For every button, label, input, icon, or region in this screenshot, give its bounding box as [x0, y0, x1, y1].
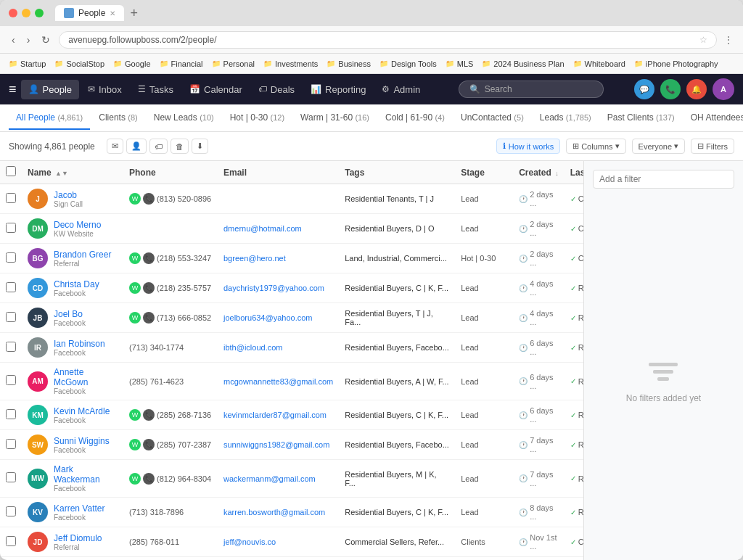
call-icon[interactable]: 📞: [143, 312, 155, 324]
nav-inbox[interactable]: ✉ Inbox: [81, 80, 129, 99]
download-action-button[interactable]: ⬇: [192, 139, 208, 154]
tab-clients[interactable]: Clients (8): [91, 107, 144, 130]
tab-new-leads[interactable]: New Leads (10): [147, 107, 221, 130]
columns-button[interactable]: ⊞ Columns ▾: [566, 139, 625, 154]
header-name[interactable]: Name ▲▼: [22, 161, 123, 184]
table-row[interactable]: MW Mark Wackerman Facebook W 📞 (812) 964…: [0, 460, 583, 498]
header-stage[interactable]: Stage: [455, 161, 513, 184]
row-checkbox[interactable]: [6, 536, 16, 546]
bookmark-investments[interactable]: 📁 Investments: [263, 59, 318, 68]
header-last-activity[interactable]: Last Activity: [565, 161, 583, 184]
extensions-icon[interactable]: ⋮: [723, 34, 734, 46]
nav-people[interactable]: 👤 People: [21, 80, 79, 99]
row-checkbox[interactable]: [6, 409, 16, 419]
bookmark-financial[interactable]: 📁 Financial: [160, 59, 203, 68]
header-email[interactable]: Email: [218, 161, 339, 184]
table-row[interactable]: VG Victor Geomundo KW Website victorgeom…: [0, 557, 583, 561]
row-checkbox[interactable]: [6, 506, 16, 516]
person-name[interactable]: Karren Vatter: [54, 503, 104, 514]
person-name[interactable]: Brandon Greer: [54, 250, 111, 260]
whatsapp-icon[interactable]: W: [129, 473, 141, 485]
active-tab[interactable]: People ✕: [55, 5, 124, 21]
whatsapp-icon[interactable]: W: [129, 312, 141, 324]
reload-button[interactable]: ↻: [38, 33, 53, 47]
row-checkbox[interactable]: [6, 375, 16, 385]
url-bar[interactable]: avenuepg.followupboss.com/2/people/ ☆: [59, 31, 717, 49]
row-checkbox[interactable]: [6, 252, 16, 263]
person-name[interactable]: Ian Robinson: [54, 339, 105, 349]
table-row[interactable]: KM Kevin McArdle Facebook W 📞 (285) 268-…: [0, 400, 583, 430]
bookmark-whiteboard[interactable]: 📁 Whiteboard: [573, 59, 625, 68]
everyone-button[interactable]: Everyone ▾: [632, 139, 685, 154]
person-name[interactable]: Kevin McArdle: [54, 406, 110, 416]
minimize-dot[interactable]: [22, 9, 30, 17]
tab-warm-31-60[interactable]: Warm | 31-60 (16): [293, 107, 377, 130]
call-icon[interactable]: 📞: [143, 409, 155, 421]
bookmark-personal[interactable]: 📁 Personal: [212, 59, 255, 68]
table-row[interactable]: JB Joel Bo Facebook W 📞 (713) 666-0852 j…: [0, 303, 583, 333]
row-checkbox[interactable]: [6, 312, 16, 322]
nav-notifications[interactable]: 🔔: [686, 79, 707, 99]
tab-uncontacted[interactable]: UnContacted (5): [453, 107, 531, 130]
tab-all-people[interactable]: All People (4,861): [9, 107, 90, 130]
bookmark-design-tools[interactable]: 📁 Design Tools: [379, 59, 437, 68]
nav-tasks[interactable]: ☰ Tasks: [131, 80, 181, 99]
call-icon[interactable]: 📞: [143, 282, 155, 294]
bookmark-2024-business[interactable]: 📁 2024 Business Plan: [482, 59, 564, 68]
row-checkbox[interactable]: [6, 342, 16, 352]
tab-cold-61-90[interactable]: Cold | 61-90 (4): [378, 107, 452, 130]
row-checkbox[interactable]: [6, 282, 16, 292]
bookmark-socialstop[interactable]: 📁 SocialStop: [54, 59, 104, 68]
user-avatar[interactable]: A: [713, 78, 734, 100]
select-all-checkbox[interactable]: [6, 166, 16, 176]
tag-action-button[interactable]: 🏷: [149, 139, 168, 154]
how-it-works-button[interactable]: ℹ How it works: [496, 139, 560, 154]
person-name[interactable]: Jeff Diomulo: [54, 533, 102, 543]
tab-hot-0-30[interactable]: Hot | 0-30 (12): [223, 107, 292, 130]
person-name[interactable]: Joel Bo: [54, 309, 86, 319]
nav-deals[interactable]: 🏷 Deals: [251, 80, 302, 99]
whatsapp-icon[interactable]: W: [129, 282, 141, 294]
close-dot[interactable]: [9, 9, 17, 17]
bookmark-business[interactable]: 📁 Business: [327, 59, 371, 68]
table-row[interactable]: JD Jeff Diomulo Referral (285) 768-011 j…: [0, 527, 583, 557]
maximize-dot[interactable]: [35, 9, 44, 17]
filters-button[interactable]: ⊟ Filters: [691, 139, 734, 154]
call-icon[interactable]: 📞: [143, 252, 155, 264]
table-row[interactable]: AM Annette McGown Facebook (285) 761-462…: [0, 363, 583, 400]
bookmark-google[interactable]: 📁 Google: [113, 59, 150, 68]
call-icon[interactable]: 📞: [143, 193, 155, 205]
delete-action-button[interactable]: 🗑: [171, 139, 189, 154]
header-phone[interactable]: Phone: [123, 161, 218, 184]
search-box[interactable]: 🔍 Search: [459, 81, 604, 98]
row-checkbox[interactable]: [6, 439, 16, 449]
row-checkbox[interactable]: [6, 223, 16, 233]
table-row[interactable]: J Jacob Sign Call W 📞 (813) 520-0896 Res…: [0, 184, 583, 214]
nav-admin[interactable]: ⚙ Admin: [374, 80, 427, 99]
table-row[interactable]: CD Christa Day Facebook W 📞 (218) 235-57…: [0, 273, 583, 303]
add-filter-input[interactable]: [593, 170, 734, 189]
email-action-button[interactable]: ✉: [107, 139, 123, 154]
person-name[interactable]: Sunni Wiggins: [54, 436, 110, 446]
app-logo[interactable]: ≡: [9, 82, 17, 97]
table-row[interactable]: SW Sunni Wiggins Facebook W 📞 (285) 707-…: [0, 430, 583, 460]
new-tab-button[interactable]: +: [127, 6, 141, 21]
whatsapp-icon[interactable]: W: [129, 193, 141, 205]
person-name[interactable]: Deco Merno: [54, 220, 101, 230]
nav-icon-1[interactable]: 💬: [634, 79, 654, 99]
nav-icon-2[interactable]: 📞: [660, 79, 681, 99]
person-name[interactable]: Jacob: [54, 190, 83, 200]
table-row[interactable]: IR Ian Robinson Facebook (713) 340-1774 …: [0, 333, 583, 363]
bookmark-star[interactable]: ☆: [699, 35, 707, 45]
nav-reporting[interactable]: 📊 Reporting: [303, 80, 373, 99]
nav-calendar[interactable]: 📅 Calendar: [182, 80, 250, 99]
call-icon[interactable]: 📞: [143, 473, 155, 485]
tab-past-clients[interactable]: Past Clients (137): [600, 107, 682, 130]
header-created[interactable]: Created ↓: [513, 161, 565, 184]
row-checkbox[interactable]: [6, 472, 16, 482]
people-table-container[interactable]: Name ▲▼ Phone Email Tags Stage Created ↓…: [0, 161, 583, 560]
tab-close-button[interactable]: ✕: [110, 9, 115, 17]
bookmark-iphone-photo[interactable]: 📁 iPhone Photography: [634, 59, 718, 68]
header-tags[interactable]: Tags: [339, 161, 455, 184]
person-name[interactable]: Mark Wackerman: [54, 464, 118, 485]
